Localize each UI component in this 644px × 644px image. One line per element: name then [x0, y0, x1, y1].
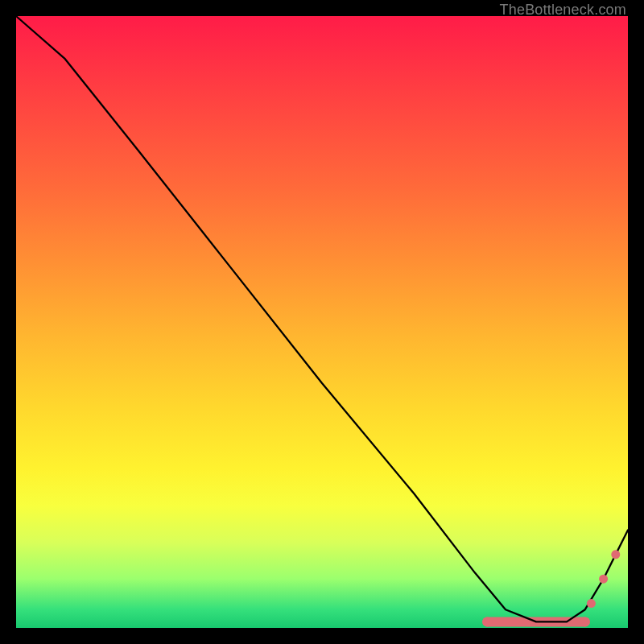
- curve-svg: [16, 16, 628, 628]
- bottleneck-curve: [16, 16, 628, 621]
- valley-end-dot: [580, 617, 590, 626]
- chart-frame: TheBottleneck.com: [0, 0, 644, 644]
- plot-area: [16, 16, 628, 628]
- rise-dot: [587, 599, 596, 608]
- rise-dot: [599, 575, 608, 584]
- rise-dot: [611, 550, 620, 559]
- valley-end-dot: [482, 617, 492, 626]
- curve-group: [16, 16, 628, 626]
